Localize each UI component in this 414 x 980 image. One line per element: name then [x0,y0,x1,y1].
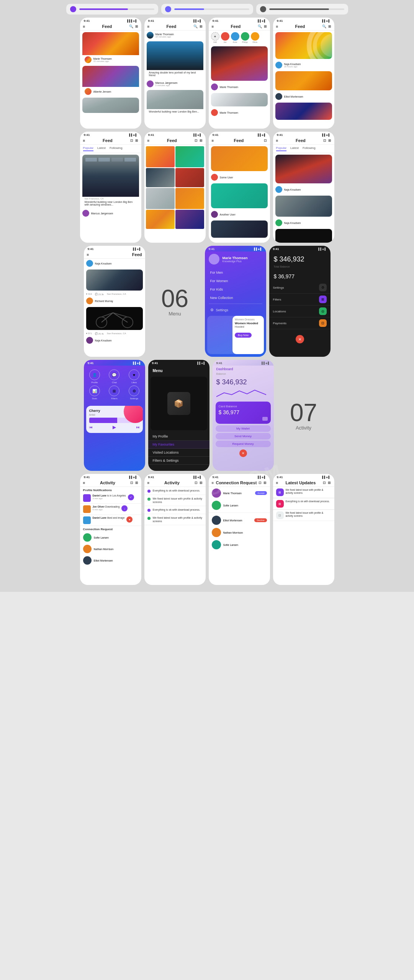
filter-icon-17[interactable]: ⊞ [263,481,267,485]
search-icon-15[interactable]: ⊡ [130,481,133,485]
menu-icon-15[interactable]: ≡ [83,481,85,485]
menu-icon-6[interactable]: ≡ [147,139,150,143]
bell-icon-3[interactable]: ⊞ [264,24,267,28]
settings-item-locations[interactable]: Locations ◎ [269,305,331,317]
phone-dashboard: 9:41 ▐▐ ◈ ▌ Dashboard Balance $ 346,932 … [213,360,274,471]
user-name-marie-3: Marie Thomsen [220,86,239,88]
menu-icon-8[interactable]: ≡ [276,139,278,143]
avatar-user-1[interactable]: Jan [221,32,229,43]
notif-avatar-2 [83,505,91,513]
menu-icon-9[interactable]: ≡ [87,253,89,257]
play-btn[interactable]: ▶ [113,425,116,430]
phone-popular-1: 9:41 ▐▐ ◈ ▌ ≡ Feed ⊡ ⊞ Popular Latest Fo… [80,132,141,243]
menu-for-men[interactable]: For Men [205,268,266,277]
cr-avatar-sofie-2 [212,540,221,549]
profile-icon-settings[interactable]: ⚙ Settings [128,385,141,400]
profile-icon-likes[interactable]: ♥ Likes [128,369,141,384]
avatar-user-3[interactable]: Philipp [241,32,249,43]
menu-icon-17[interactable]: ≡ [212,481,214,485]
user-info-v1: Some User [220,176,268,179]
tab-latest-1[interactable]: Latest [97,146,106,151]
tab-popular-2[interactable]: Popular [276,146,287,151]
profile-icon-chat[interactable]: 💬 Chat [108,369,121,384]
avatar-user-4[interactable]: Olivia [251,32,259,43]
prev-btn[interactable]: ⏮ [89,425,93,429]
bell-icon-1[interactable]: ⊞ [135,24,138,28]
menu-icon-3[interactable]: ≡ [212,24,214,29]
next-btn[interactable]: ⏭ [136,425,140,429]
wallet-close-btn[interactable]: ✕ [239,449,247,457]
send-money-btn[interactable]: Send Money [216,433,271,439]
settings-item-settings[interactable]: Settings ⚙ [269,282,331,294]
filter-icon-8[interactable]: ⊞ [328,139,331,142]
filter-icon-6[interactable]: ⊞ [200,139,203,142]
profile-icon-stats[interactable]: 📊 Stats [88,385,101,400]
time-18: 9:41 [277,475,283,479]
request-money-btn[interactable]: Request Money [216,441,271,447]
menu-new-collection[interactable]: New Collection [205,294,266,302]
tab-following-2[interactable]: Following [303,146,316,151]
filter-icon-18[interactable]: ⊞ [328,481,331,485]
search-icon-18[interactable]: ⊡ [323,481,326,485]
menu-icon-1[interactable]: ≡ [83,24,85,29]
notif-time-2: 5 min ago [93,508,120,511]
menu-icon-16[interactable]: ≡ [147,481,150,485]
settings-label-settings: Settings [273,286,284,289]
filter-icon-5[interactable]: ⊞ [135,139,138,142]
menu-for-women[interactable]: For Women [205,277,266,285]
top-progress-3 [269,8,344,10]
menu-icon-18[interactable]: ≡ [276,481,278,485]
img-card-city [275,196,332,217]
menu-icon-7[interactable]: ≡ [212,139,214,143]
user-time-1: 15 minutes ago [93,60,112,62]
dark-menu-my-profile[interactable]: My Profile [148,433,209,441]
search-icon-3[interactable]: 🔍 [258,24,262,28]
search-icon-17[interactable]: ⊡ [259,481,262,485]
status-bar-1: 9:41 ▐▐▐ ◈ ▌ [80,18,141,23]
search-icon-4[interactable]: 🔍 [322,24,326,28]
search-icon-1[interactable]: 🔍 [129,24,133,28]
search-icon-5[interactable]: ⊡ [130,139,133,142]
dark-portrait-image [275,155,332,183]
tab-following-1[interactable]: Following [110,146,123,151]
search-icon-6[interactable]: ⊡ [195,139,198,142]
bell-icon-2[interactable]: ⊞ [200,24,203,28]
avatar-user-2[interactable]: Anne [231,32,239,43]
menu-icon-5[interactable]: ≡ [83,139,85,143]
profile-icon-filters[interactable]: ⊞ Filters [108,385,121,400]
close-button[interactable]: ✕ [296,335,304,343]
status-bar-16: 9:41 ▐▐ ◈ ▌ [144,474,206,480]
notif-item-2: Joe Oliver Downloading 5 min ago ↓ [80,504,141,515]
tab-latest-2[interactable]: Latest [290,146,299,151]
abstract-image-2 [82,66,139,87]
avatar-elliot-2 [83,556,92,565]
filter-icon-16[interactable]: ⊞ [200,481,203,485]
menu-icon-4[interactable]: ≡ [276,24,278,29]
settings-item-payments[interactable]: Payments ⊡ [269,317,331,329]
tab-popular-1[interactable]: Popular [83,146,94,151]
menu-settings[interactable]: ⚙ Settings [205,305,266,314]
buy-btn[interactable]: Buy Now [235,333,252,338]
accept-btn-marie[interactable]: Accept [255,491,267,495]
dark-menu-filters[interactable]: Filters & Settings [148,457,209,465]
avatar-naja [275,62,282,69]
dark-menu-favourites[interactable]: My Favourites [148,441,209,449]
user-time-marie-2: 10 minutes ago [155,36,174,38]
avatar-add[interactable]: + Add [211,32,219,43]
my-wallet-btn[interactable]: My Wallet [216,425,271,432]
menu-for-kids[interactable]: For Kids [205,285,266,294]
search-icon-8[interactable]: ⊡ [323,139,326,142]
settings-item-filters[interactable]: Filters ⊞ [269,294,331,305]
search-icon-16[interactable]: ⊡ [195,481,198,485]
filter-icon-15[interactable]: ⊞ [135,481,138,485]
bell-icon-4[interactable]: ⊞ [328,24,331,28]
profile-icon-profile[interactable]: 👤 Profile [88,369,101,384]
dot-2 [147,498,151,501]
cr-item-sofie-2: Sofie Larsen [209,539,270,551]
search-icon-2[interactable]: 🔍 [193,24,198,28]
search-icon-7[interactable]: ⊡ [264,139,267,142]
dark-menu-locations[interactable]: Visited Locations [148,449,209,457]
decline-btn-elliot[interactable]: Decline [254,518,267,522]
img-card-bike [86,307,143,330]
menu-icon-2[interactable]: ≡ [147,24,150,29]
